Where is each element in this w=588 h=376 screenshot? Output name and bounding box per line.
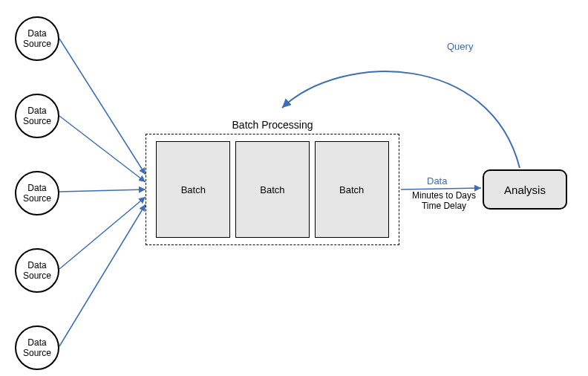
data-source-label: Data Source bbox=[16, 260, 58, 282]
data-source-label: Data Source bbox=[16, 337, 58, 359]
data-source-node-4: Data Source bbox=[15, 248, 59, 293]
data-source-label: Data Source bbox=[16, 183, 58, 204]
svg-line-2 bbox=[59, 189, 146, 192]
svg-line-1 bbox=[59, 116, 146, 182]
data-source-node-5: Data Source bbox=[15, 325, 59, 370]
data-source-node-2: Data Source bbox=[15, 94, 59, 138]
analysis-node: Analysis bbox=[483, 169, 567, 210]
data-source-node-3: Data Source bbox=[15, 171, 59, 215]
batch-box-3: Batch bbox=[315, 141, 389, 238]
data-source-label: Data Source bbox=[16, 106, 58, 127]
batch-processing-container: Batch Batch Batch bbox=[146, 134, 399, 245]
batch-label: Batch bbox=[339, 184, 364, 195]
batch-label: Batch bbox=[181, 184, 206, 195]
data-source-node-1: Data Source bbox=[15, 16, 59, 61]
svg-line-3 bbox=[59, 197, 146, 269]
batch-label: Batch bbox=[260, 184, 284, 195]
svg-line-5 bbox=[401, 188, 481, 189]
svg-line-4 bbox=[59, 204, 146, 346]
data-source-label: Data Source bbox=[16, 28, 58, 50]
batch-box-2: Batch bbox=[235, 141, 310, 238]
batch-processing-title: Batch Processing bbox=[146, 119, 399, 131]
svg-line-0 bbox=[59, 39, 146, 175]
analysis-label: Analysis bbox=[504, 184, 546, 196]
query-edge-label: Query bbox=[447, 41, 473, 52]
batch-box-1: Batch bbox=[156, 141, 230, 238]
delay-edge-label: Minutes to Days Time Delay bbox=[407, 190, 481, 211]
data-edge-label: Data bbox=[427, 175, 447, 187]
